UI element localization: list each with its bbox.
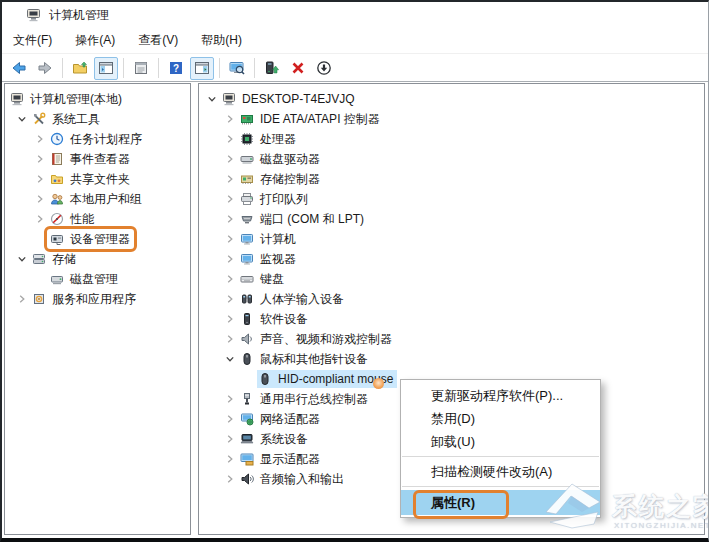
tree-item[interactable]: 监视器 [199, 249, 704, 269]
chevron-collapsed-icon[interactable] [221, 332, 239, 346]
chevron-collapsed-icon[interactable] [31, 152, 49, 166]
chevron-expanded-icon[interactable] [221, 352, 239, 366]
tree-item-content[interactable]: 共享文件夹 [49, 170, 134, 188]
chevron-collapsed-icon[interactable] [221, 452, 239, 466]
tree-item-content[interactable]: 软件设备 [239, 310, 312, 328]
chevron-collapsed-icon[interactable] [31, 132, 49, 146]
context-menu-item[interactable]: 禁用(D) [401, 407, 600, 430]
tree-item[interactable]: 共享文件夹 [5, 169, 190, 189]
tree-item-content[interactable]: 声音、视频和游戏控制器 [239, 330, 396, 348]
tree-item-content[interactable]: 通用串行总线控制器 [239, 390, 372, 408]
help-button[interactable]: ? [164, 57, 188, 80]
menu-item[interactable]: 操作(A) [66, 28, 124, 53]
tree-item-content[interactable]: 打印队列 [239, 190, 312, 208]
tree-item-content[interactable]: 磁盘驱动器 [239, 150, 324, 168]
chevron-collapsed-icon[interactable] [221, 312, 239, 326]
tree-item[interactable]: 人体学输入设备 [199, 289, 704, 309]
tree-item-content[interactable]: 存储 [31, 250, 80, 268]
tree-item[interactable]: 计算机管理(本地) [5, 89, 190, 109]
chevron-collapsed-icon[interactable] [221, 412, 239, 426]
chevron-collapsed-icon[interactable] [221, 392, 239, 406]
tree-item[interactable]: 服务和应用程序 [5, 289, 190, 309]
tree-item-content[interactable]: 网络适配器 [239, 410, 324, 428]
menu-item[interactable]: 文件(F) [4, 28, 61, 53]
tree-item-content[interactable]: 音频输入和输出 [239, 470, 348, 488]
tree-item[interactable]: 声音、视频和游戏控制器 [199, 329, 704, 349]
chevron-collapsed-icon[interactable] [221, 152, 239, 166]
chevron-collapsed-icon[interactable] [221, 472, 239, 486]
tree-item-content[interactable]: 人体学输入设备 [239, 290, 348, 308]
context-menu-item[interactable]: 扫描检测硬件改动(A) [401, 460, 600, 483]
disable-button[interactable] [312, 57, 336, 80]
chevron-collapsed-icon[interactable] [221, 232, 239, 246]
tree-item-content[interactable]: 监视器 [239, 250, 300, 268]
chevron-collapsed-icon[interactable] [221, 272, 239, 286]
forward-button[interactable] [33, 57, 57, 80]
properties-button[interactable] [129, 57, 153, 80]
chevron-collapsed-icon[interactable] [221, 112, 239, 126]
tree-item-content[interactable]: 性能 [49, 210, 98, 228]
menu-item[interactable]: 帮助(H) [192, 28, 251, 53]
tree-item[interactable]: 磁盘管理 [5, 269, 190, 289]
chevron-collapsed-icon[interactable] [221, 432, 239, 446]
chevron-collapsed-icon[interactable] [31, 212, 49, 226]
tree-item-content[interactable]: 本地用户和组 [49, 190, 146, 208]
chevron-collapsed-icon[interactable] [221, 192, 239, 206]
chevron-expanded-icon[interactable] [13, 112, 31, 126]
chevron-collapsed-icon[interactable] [221, 212, 239, 226]
tree-item[interactable]: 打印队列 [199, 189, 704, 209]
tree-item-content[interactable]: 计算机 [239, 230, 300, 248]
tree-item[interactable]: 处理器 [199, 129, 704, 149]
tree-item-content[interactable]: 显示适配器 [239, 450, 324, 468]
context-menu-item[interactable]: 卸载(U) [401, 430, 600, 453]
tree-item[interactable]: 性能 [5, 209, 190, 229]
chevron-collapsed-icon[interactable] [221, 292, 239, 306]
chevron-collapsed-icon[interactable] [221, 132, 239, 146]
tree-item[interactable]: 磁盘驱动器 [199, 149, 704, 169]
tree-item-content[interactable]: 磁盘管理 [49, 270, 122, 288]
console-tree-toggle-button[interactable] [94, 57, 118, 80]
chevron-collapsed-icon[interactable] [31, 192, 49, 206]
tree-item-content[interactable]: 服务和应用程序 [31, 290, 140, 308]
chevron-collapsed-icon[interactable] [31, 172, 49, 186]
tree-item-content[interactable]: 存储控制器 [239, 170, 324, 188]
tree-item-content[interactable]: DESKTOP-T4EJVJQ [221, 90, 358, 108]
chevron-expanded-icon[interactable] [203, 92, 221, 106]
back-button[interactable] [7, 57, 31, 80]
action-pane-toggle-button[interactable] [190, 57, 214, 80]
tree-item[interactable]: 计算机 [199, 229, 704, 249]
tree-item[interactable]: 存储 [5, 249, 190, 269]
tree-item[interactable]: 本地用户和组 [5, 189, 190, 209]
tree-item-content[interactable]: 系统工具 [31, 110, 104, 128]
tree-item-content[interactable]: 端口 (COM 和 LPT) [239, 210, 368, 228]
tree-item[interactable]: 任务计划程序 [5, 129, 190, 149]
chevron-collapsed-icon[interactable] [13, 292, 31, 306]
update-driver-button[interactable] [260, 57, 284, 80]
uninstall-button[interactable] [286, 57, 310, 80]
chevron-collapsed-icon[interactable] [221, 172, 239, 186]
context-menu-item[interactable]: 属性(R) [401, 490, 600, 515]
tree-item[interactable]: 系统工具 [5, 109, 190, 129]
tree-item-content[interactable]: 任务计划程序 [49, 130, 146, 148]
tree-item-content[interactable]: 设备管理器 [49, 230, 134, 248]
tree-item[interactable]: IDE ATA/ATAPI 控制器 [199, 109, 704, 129]
tree-item-content[interactable]: IDE ATA/ATAPI 控制器 [239, 110, 384, 128]
export-list-button[interactable] [68, 57, 92, 80]
tree-item-content[interactable]: 鼠标和其他指针设备 [239, 350, 372, 368]
tree-item[interactable]: 键盘 [199, 269, 704, 289]
tree-item-content[interactable]: 系统设备 [239, 430, 312, 448]
chevron-expanded-icon[interactable] [13, 252, 31, 266]
tree-item-content[interactable]: 键盘 [239, 270, 288, 288]
context-menu-item[interactable]: 更新驱动程序软件(P)... [401, 384, 600, 407]
tree-item[interactable]: 端口 (COM 和 LPT) [199, 209, 704, 229]
tree-item[interactable]: 设备管理器 [5, 229, 190, 249]
tree-item-content[interactable]: 处理器 [239, 130, 300, 148]
tree-item-content[interactable]: 计算机管理(本地) [9, 90, 126, 108]
chevron-collapsed-icon[interactable] [221, 252, 239, 266]
tree-item[interactable]: 鼠标和其他指针设备 [199, 349, 704, 369]
tree-item[interactable]: 事件查看器 [5, 149, 190, 169]
tree-item-content[interactable]: 事件查看器 [49, 150, 134, 168]
scan-hardware-changes-button[interactable] [225, 57, 249, 80]
menu-item[interactable]: 查看(V) [129, 28, 187, 53]
tree-item[interactable]: 软件设备 [199, 309, 704, 329]
